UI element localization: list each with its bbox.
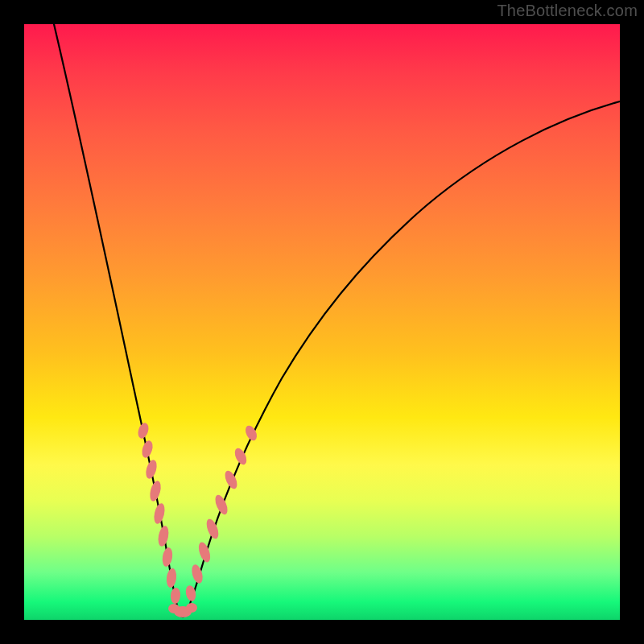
chart-frame (24, 24, 620, 620)
svg-point-16 (213, 493, 229, 517)
marker-cluster (136, 422, 259, 617)
svg-point-8 (170, 588, 181, 605)
svg-point-1 (140, 440, 155, 460)
bottleneck-curve (54, 24, 620, 617)
svg-point-17 (222, 469, 239, 491)
watermark-text: TheBottleneck.com (497, 2, 638, 20)
svg-point-3 (148, 480, 163, 502)
svg-point-4 (152, 502, 167, 525)
svg-point-0 (136, 422, 151, 440)
svg-point-7 (166, 568, 178, 588)
plot-area (24, 24, 620, 620)
svg-point-14 (196, 541, 213, 564)
curve-layer (24, 24, 620, 620)
svg-point-10 (168, 604, 180, 613)
svg-point-5 (157, 525, 171, 547)
svg-point-11 (186, 603, 197, 613)
svg-point-15 (204, 518, 221, 541)
svg-point-6 (161, 547, 174, 568)
svg-point-2 (144, 459, 159, 480)
